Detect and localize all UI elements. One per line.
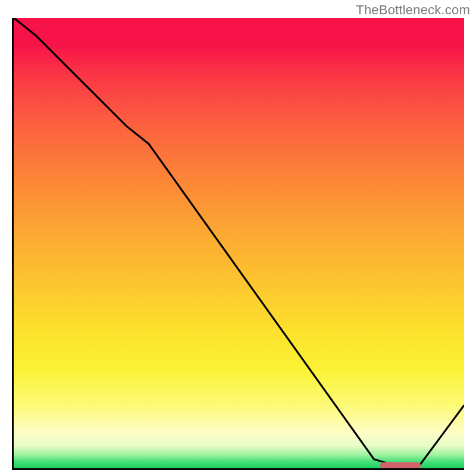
attribution-text: TheBottleneck.com <box>356 2 470 18</box>
chart-container: TheBottleneck.com <box>0 0 476 476</box>
optimal-range-marker <box>380 462 421 469</box>
curve-path <box>14 18 464 466</box>
plot-area <box>12 18 464 470</box>
bottleneck-curve <box>14 18 464 468</box>
